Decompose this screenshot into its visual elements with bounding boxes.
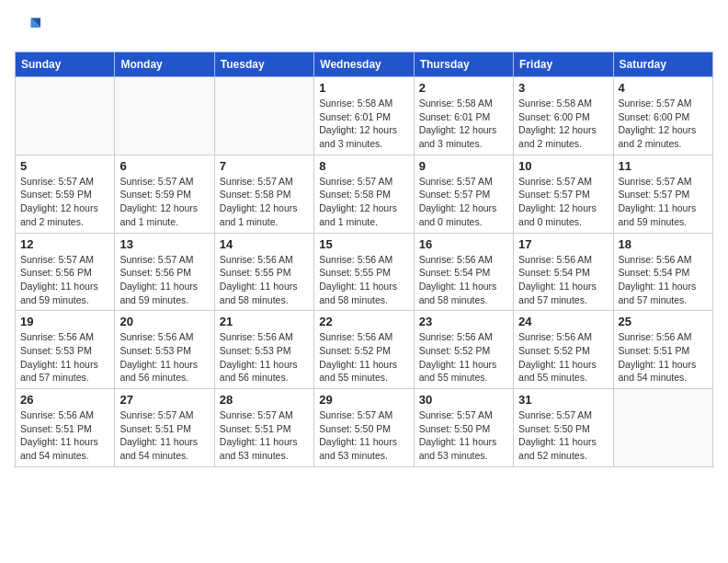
day-info: Sunrise: 5:58 AM Sunset: 6:01 PM Dayligh… (319, 97, 408, 151)
day-info: Sunrise: 5:57 AM Sunset: 5:57 PM Dayligh… (419, 175, 508, 229)
day-number: 10 (518, 159, 608, 173)
calendar-cell: 8Sunrise: 5:57 AM Sunset: 5:58 PM Daylig… (314, 155, 414, 233)
calendar-cell: 23Sunrise: 5:56 AM Sunset: 5:52 PM Dayli… (414, 311, 513, 389)
day-info: Sunrise: 5:58 AM Sunset: 6:01 PM Dayligh… (419, 97, 508, 151)
logo-icon (15, 15, 40, 40)
day-info: Sunrise: 5:57 AM Sunset: 5:58 PM Dayligh… (319, 175, 408, 229)
day-info: Sunrise: 5:56 AM Sunset: 5:52 PM Dayligh… (319, 330, 408, 385)
calendar-cell: 4Sunrise: 5:57 AM Sunset: 6:00 PM Daylig… (613, 77, 712, 155)
day-info: Sunrise: 5:57 AM Sunset: 6:00 PM Dayligh… (619, 97, 708, 151)
calendar-cell (214, 77, 313, 155)
calendar-cell (16, 77, 115, 155)
day-number: 7 (220, 159, 309, 173)
day-number: 18 (619, 237, 708, 251)
calendar-cell: 10Sunrise: 5:57 AM Sunset: 5:57 PM Dayli… (514, 155, 613, 233)
day-number: 8 (319, 159, 408, 173)
calendar-cell: 20Sunrise: 5:56 AM Sunset: 5:53 PM Dayli… (115, 311, 214, 389)
day-number: 30 (419, 393, 508, 407)
day-info: Sunrise: 5:56 AM Sunset: 5:53 PM Dayligh… (20, 330, 109, 385)
day-info: Sunrise: 5:56 AM Sunset: 5:54 PM Dayligh… (419, 253, 508, 307)
calendar-week-row: 19Sunrise: 5:56 AM Sunset: 5:53 PM Dayli… (16, 311, 713, 389)
day-info: Sunrise: 5:56 AM Sunset: 5:52 PM Dayligh… (419, 330, 508, 385)
calendar-cell: 15Sunrise: 5:56 AM Sunset: 5:55 PM Dayli… (314, 233, 414, 311)
calendar-cell (115, 77, 214, 155)
day-number: 17 (518, 237, 608, 251)
day-info: Sunrise: 5:56 AM Sunset: 5:55 PM Dayligh… (319, 253, 408, 307)
day-number: 4 (619, 81, 708, 95)
calendar-cell: 21Sunrise: 5:56 AM Sunset: 5:53 PM Dayli… (214, 311, 313, 389)
calendar-cell: 2Sunrise: 5:58 AM Sunset: 6:01 PM Daylig… (414, 77, 513, 155)
calendar-table: SundayMondayTuesdayWednesdayThursdayFrid… (15, 52, 713, 467)
calendar-body: 1Sunrise: 5:58 AM Sunset: 6:01 PM Daylig… (16, 77, 713, 467)
day-number: 25 (619, 315, 708, 328)
logo (15, 15, 44, 40)
calendar-cell: 24Sunrise: 5:56 AM Sunset: 5:52 PM Dayli… (514, 311, 613, 389)
header-day: Wednesday (314, 52, 414, 77)
calendar-cell: 22Sunrise: 5:56 AM Sunset: 5:52 PM Dayli… (314, 311, 414, 389)
day-number: 27 (119, 393, 209, 407)
header-day: Sunday (16, 52, 115, 77)
calendar-cell (613, 389, 712, 467)
header-day: Saturday (613, 52, 712, 77)
day-number: 5 (20, 159, 109, 173)
calendar-cell: 6Sunrise: 5:57 AM Sunset: 5:59 PM Daylig… (115, 155, 214, 233)
calendar-cell: 9Sunrise: 5:57 AM Sunset: 5:57 PM Daylig… (414, 155, 513, 233)
day-number: 16 (419, 237, 508, 251)
header-day: Tuesday (214, 52, 313, 77)
header-day: Friday (514, 52, 613, 77)
day-number: 15 (319, 237, 408, 251)
day-number: 9 (419, 159, 508, 173)
calendar-cell: 26Sunrise: 5:56 AM Sunset: 5:51 PM Dayli… (16, 389, 115, 467)
calendar-cell: 14Sunrise: 5:56 AM Sunset: 5:55 PM Dayli… (214, 233, 313, 311)
day-info: Sunrise: 5:57 AM Sunset: 5:59 PM Dayligh… (119, 175, 209, 229)
calendar-cell: 28Sunrise: 5:57 AM Sunset: 5:51 PM Dayli… (214, 389, 313, 467)
day-info: Sunrise: 5:57 AM Sunset: 5:57 PM Dayligh… (518, 175, 608, 229)
day-info: Sunrise: 5:56 AM Sunset: 5:51 PM Dayligh… (619, 330, 708, 385)
day-info: Sunrise: 5:56 AM Sunset: 5:54 PM Dayligh… (619, 253, 708, 307)
header-day: Thursday (414, 52, 513, 77)
day-number: 31 (518, 393, 608, 407)
day-number: 2 (419, 81, 508, 95)
day-number: 20 (119, 315, 209, 328)
day-info: Sunrise: 5:57 AM Sunset: 5:51 PM Dayligh… (119, 408, 209, 463)
day-info: Sunrise: 5:57 AM Sunset: 5:50 PM Dayligh… (319, 408, 408, 463)
calendar-cell: 19Sunrise: 5:56 AM Sunset: 5:53 PM Dayli… (16, 311, 115, 389)
header-row: SundayMondayTuesdayWednesdayThursdayFrid… (16, 52, 713, 77)
calendar-cell: 5Sunrise: 5:57 AM Sunset: 5:59 PM Daylig… (16, 155, 115, 233)
calendar-cell: 3Sunrise: 5:58 AM Sunset: 6:00 PM Daylig… (514, 77, 613, 155)
day-info: Sunrise: 5:57 AM Sunset: 5:56 PM Dayligh… (20, 253, 109, 307)
calendar-cell: 25Sunrise: 5:56 AM Sunset: 5:51 PM Dayli… (613, 311, 712, 389)
calendar-cell: 16Sunrise: 5:56 AM Sunset: 5:54 PM Dayli… (414, 233, 513, 311)
day-info: Sunrise: 5:57 AM Sunset: 5:51 PM Dayligh… (220, 408, 309, 463)
day-number: 24 (518, 315, 608, 328)
calendar-week-row: 12Sunrise: 5:57 AM Sunset: 5:56 PM Dayli… (16, 233, 713, 311)
day-number: 22 (319, 315, 408, 328)
calendar-header: SundayMondayTuesdayWednesdayThursdayFrid… (16, 52, 713, 77)
day-info: Sunrise: 5:56 AM Sunset: 5:53 PM Dayligh… (220, 330, 309, 385)
day-number: 21 (220, 315, 309, 328)
calendar-cell: 11Sunrise: 5:57 AM Sunset: 5:57 PM Dayli… (613, 155, 712, 233)
calendar-cell: 13Sunrise: 5:57 AM Sunset: 5:56 PM Dayli… (115, 233, 214, 311)
day-number: 23 (419, 315, 508, 328)
day-info: Sunrise: 5:57 AM Sunset: 5:56 PM Dayligh… (119, 253, 209, 307)
calendar-cell: 30Sunrise: 5:57 AM Sunset: 5:50 PM Dayli… (414, 389, 513, 467)
calendar-cell: 29Sunrise: 5:57 AM Sunset: 5:50 PM Dayli… (314, 389, 414, 467)
day-info: Sunrise: 5:57 AM Sunset: 5:59 PM Dayligh… (20, 175, 109, 229)
day-info: Sunrise: 5:57 AM Sunset: 5:50 PM Dayligh… (518, 408, 608, 463)
day-info: Sunrise: 5:57 AM Sunset: 5:50 PM Dayligh… (419, 408, 508, 463)
calendar-cell: 18Sunrise: 5:56 AM Sunset: 5:54 PM Dayli… (613, 233, 712, 311)
header-day: Monday (115, 52, 214, 77)
day-info: Sunrise: 5:56 AM Sunset: 5:53 PM Dayligh… (119, 330, 209, 385)
calendar-cell: 17Sunrise: 5:56 AM Sunset: 5:54 PM Dayli… (514, 233, 613, 311)
calendar-week-row: 5Sunrise: 5:57 AM Sunset: 5:59 PM Daylig… (16, 155, 713, 233)
day-number: 14 (220, 237, 309, 251)
calendar-cell: 27Sunrise: 5:57 AM Sunset: 5:51 PM Dayli… (115, 389, 214, 467)
day-number: 29 (319, 393, 408, 407)
day-number: 1 (319, 81, 408, 95)
calendar-cell: 1Sunrise: 5:58 AM Sunset: 6:01 PM Daylig… (314, 77, 414, 155)
calendar-cell: 7Sunrise: 5:57 AM Sunset: 5:58 PM Daylig… (214, 155, 313, 233)
page-header (15, 15, 713, 40)
day-number: 19 (20, 315, 109, 328)
day-number: 13 (119, 237, 209, 251)
day-number: 12 (20, 237, 109, 251)
